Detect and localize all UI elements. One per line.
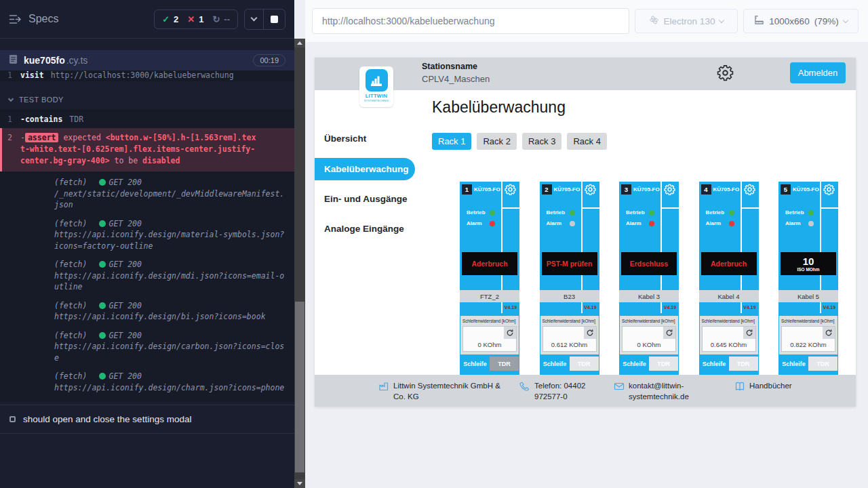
status-message: PST-M prüfen [547,260,593,268]
mode-buttons: Schleife TDR [620,357,678,371]
tdr-button[interactable]: TDR [808,357,837,371]
measurement-box: 0.612 KOhm [542,326,597,352]
tdr-button[interactable]: TDR [570,357,599,371]
mode-buttons: Schleife TDR [460,357,519,371]
measurement-label: Schleifenwiderstand [kOhm] [540,316,599,323]
module-settings-gear-icon[interactable] [664,184,675,195]
test-body-section-header[interactable]: TEST BODY [0,81,294,109]
scroll-up-button[interactable] [294,39,305,47]
scrollbar-thumb[interactable] [295,302,304,472]
refresh-icon[interactable] [663,327,675,339]
firmware-version: V4.19 [821,305,838,310]
company-logo: LITTWIN SYSTEMTECHNIK [359,66,393,107]
schleife-button[interactable]: Schleife [620,357,649,371]
nav-item[interactable]: Kabelüberwachung [315,158,415,180]
nav-item[interactable]: Analoge Eingänge [324,223,404,235]
footer-contact-item[interactable]: Littwin Systemtechnik GmbH & Co. KG [378,380,500,402]
littwin-logo-icon [366,69,388,92]
failed-assert-row[interactable]: 2 -assert expected <button.w-[50%].h-[1.… [0,128,294,171]
rack-tabs: Rack 1 Rack 2 Rack 3 Rack 4 [432,133,607,150]
fetch-log-row[interactable]: (fetch) GET 200 https://api.iconify.desi… [0,367,294,396]
fetch-log-row[interactable]: (fetch) GET 200 https://api.iconify.desi… [0,296,294,326]
schleife-button[interactable]: Schleife [700,357,729,371]
footer-contact-item[interactable]: Handbücher [734,380,792,392]
footer-contact-item[interactable]: Telefon: 04402 972577-0 [519,380,612,402]
module-number-badge: 1 [462,184,472,195]
browser-select[interactable]: Electron 130 [635,9,738,33]
fetch-url: /_next/static/development/_devMiddleware… [54,188,285,211]
tdr-button[interactable]: TDR [649,357,678,371]
fetch-log-row[interactable]: (fetch) GET 200 https://api.iconify.desi… [0,326,294,367]
divider [742,207,759,209]
module-settings-gear-icon[interactable] [744,184,755,195]
footer-icon [378,381,389,392]
viewport-select[interactable]: 1000x660 (79%) [743,9,859,33]
schleife-button[interactable]: Schleife [460,357,490,371]
logout-button[interactable]: Abmelden [790,62,846,83]
footer-contact-item[interactable]: kontakt@littwin-systemtechnik.de [614,380,711,402]
tdr-button[interactable]: TDR [490,357,519,371]
fetch-url: https://api.iconify.design/mdi.json?icon… [54,270,285,293]
alarm-led [729,221,734,226]
ku705-module-card: 1 KÜ705-FO Betrieb Alarm [460,182,519,378]
refresh-icon[interactable] [823,327,835,339]
module-model: KÜ705-FO [633,186,660,192]
rack-tab[interactable]: Rack 2 [477,133,516,150]
measurement-box: 0 KOhm [462,326,517,352]
visit-command-row-clipped[interactable]: 1 visit http://localhost:3000/kabelueber… [0,70,294,81]
spec-duration: 00:19 [253,54,285,66]
alarm-indicator: Alarm [706,220,734,226]
reporter-scrollbar[interactable] [294,39,305,488]
specs-menu[interactable]: Specs [9,13,154,25]
fetch-log-row[interactable]: (fetch) GET 200 https://api.iconify.desi… [0,255,294,296]
tdr-button[interactable]: TDR [729,357,758,371]
firmware-version: V4.19 [661,305,679,310]
contains-command-row[interactable]: 1 -contains TDR [0,112,294,127]
resistance-value: 0.645 KOhm [703,341,755,348]
nav-item[interactable]: Ein- und Ausgänge [324,193,408,205]
status-display: Erdschluss [621,252,677,275]
collapse-button[interactable] [245,9,263,29]
station-name: CPLV4_Maschen [422,74,490,84]
alarm-led [570,221,575,226]
queued-test-row[interactable]: should open and close the settings modal [0,405,294,434]
refresh-icon[interactable] [584,327,596,339]
status-display: PST-M prüfen [542,252,597,275]
assert-chip: assert [25,133,59,142]
fetch-log-row[interactable]: (fetch) GET 200 https://api.iconify.desi… [0,214,294,256]
module-number-badge: 3 [621,184,631,195]
scroll-down-button[interactable] [294,479,305,488]
chevron-down-icon [251,15,258,22]
cable-name: Kabel 4 [699,290,759,302]
fetch-log-row[interactable]: (fetch) GET 200 /_next/static/developmen… [0,173,294,214]
url-input[interactable] [312,8,629,34]
refresh-icon[interactable] [743,327,755,339]
reporter-actions [244,9,285,30]
fetch-url: https://api.iconify.design/bi.json?icons… [54,311,285,323]
page-title: Kabelüberwachung [432,98,566,117]
module-settings-gear-icon[interactable] [505,184,516,195]
footer-icon [519,381,530,392]
refresh-icon[interactable] [504,327,516,339]
module-model: KÜ705-FO [554,186,580,192]
rack-tab[interactable]: Rack 1 [432,133,471,150]
rack-tab[interactable]: Rack 4 [567,133,606,150]
ruler-icon [754,15,764,27]
station-label: Stationsname [422,62,490,71]
rack-tab[interactable]: Rack 3 [522,133,561,150]
nav-item[interactable]: Übersicht [324,133,366,145]
module-model: KÜ705-FO [474,186,500,192]
schleife-button[interactable]: Schleife [779,357,808,371]
spec-file-row[interactable]: kue705fo.cy.ts 00:19 [0,50,294,70]
measurement-panel: Schleifenwiderstand [kOhm] 0 KOhm [620,316,678,354]
specs-list-icon [9,14,22,24]
module-settings-gear-icon[interactable] [585,184,596,195]
arrow-up-icon [297,41,302,45]
mode-buttons: Schleife TDR [779,357,837,371]
stop-button[interactable] [263,9,285,29]
module-settings-gear-icon[interactable] [823,184,835,195]
ku705-module-card: 3 KÜ705-FO Betrieb Alarm [619,182,679,378]
settings-gear-icon[interactable] [716,64,735,83]
schleife-button[interactable]: Schleife [540,357,570,371]
status-display: Aderbruch [701,252,757,275]
